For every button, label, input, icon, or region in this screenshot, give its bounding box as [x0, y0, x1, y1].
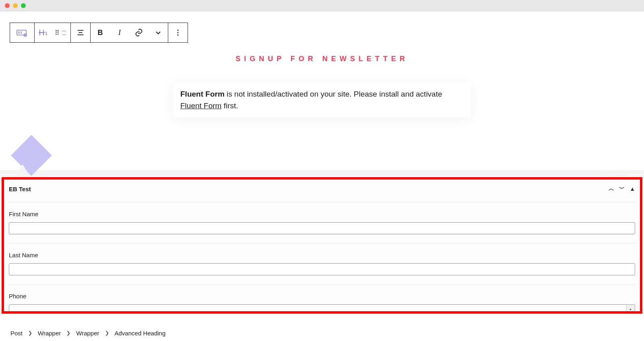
- italic-button[interactable]: I: [110, 23, 129, 42]
- svg-text:1: 1: [45, 31, 47, 36]
- move-up-down[interactable]: ︿ ﹀: [62, 28, 66, 37]
- options-menu-button[interactable]: [168, 23, 188, 42]
- phone-select[interactable]: ▲▼: [9, 304, 635, 314]
- fluent-form-warning: Fluent Form is not installed/activated o…: [173, 83, 471, 118]
- more-rich-text-button[interactable]: [149, 23, 168, 42]
- chevron-right-icon: ❯: [28, 330, 32, 336]
- panel-collapse-icon[interactable]: ▲: [630, 186, 635, 192]
- breadcrumb-wrapper-1[interactable]: Wrapper: [38, 330, 61, 337]
- align-button[interactable]: [71, 23, 90, 42]
- breadcrumb-post[interactable]: Post: [10, 330, 23, 337]
- last-name-input[interactable]: [9, 263, 635, 275]
- bold-button[interactable]: B: [91, 23, 110, 42]
- chevron-right-icon: ❯: [105, 330, 109, 336]
- move-up-icon[interactable]: ︿: [62, 28, 66, 32]
- first-name-label: First Name: [9, 211, 635, 217]
- window-close-dot[interactable]: [5, 3, 10, 8]
- window-titlebar: [0, 0, 644, 11]
- editor-canvas: 1 ⠿ ︿ ﹀: [0, 11, 644, 174]
- chevron-right-icon: ❯: [66, 330, 70, 336]
- phone-label: Phone: [9, 293, 635, 300]
- window-minimize-dot[interactable]: [13, 3, 18, 8]
- window-zoom-dot[interactable]: [21, 3, 26, 8]
- panel-move-up-icon[interactable]: ︿: [609, 185, 614, 192]
- panel-title: EB Test: [9, 186, 31, 192]
- fluent-form-install-link[interactable]: Fluent Form: [180, 101, 221, 110]
- block-breadcrumbs: Post ❯ Wrapper ❯ Wrapper ❯ Advanced Head…: [0, 325, 644, 341]
- panel-controls: ︿ ﹀ ▲: [609, 185, 635, 192]
- svg-point-18: [177, 34, 178, 35]
- first-name-input[interactable]: [9, 222, 635, 234]
- move-down-icon[interactable]: ﹀: [62, 33, 66, 37]
- heading-level-control[interactable]: 1 ⠿ ︿ ﹀: [35, 23, 70, 42]
- breadcrumb-advanced-heading[interactable]: Advanced Heading: [115, 330, 166, 337]
- svg-point-16: [177, 29, 178, 31]
- signup-heading[interactable]: SIGNUP FOR NEWSLETTER: [8, 55, 636, 63]
- warning-text-2: first.: [221, 101, 238, 110]
- select-stepper-icon[interactable]: ▲▼: [626, 305, 634, 314]
- eb-test-panel: EB Test ︿ ﹀ ▲ First Name Last Name Phone…: [2, 177, 642, 314]
- warning-text-1: is not installed/activated on your site.…: [225, 90, 442, 98]
- block-type-button[interactable]: [10, 23, 34, 42]
- svg-point-17: [177, 32, 178, 33]
- breadcrumb-wrapper-2[interactable]: Wrapper: [76, 330, 99, 337]
- link-button[interactable]: [129, 23, 149, 42]
- last-name-label: Last Name: [9, 252, 635, 258]
- drag-handle-icon[interactable]: ⠿: [55, 29, 60, 37]
- warning-strong: Fluent Form: [180, 90, 225, 98]
- panel-move-down-icon[interactable]: ﹀: [619, 185, 625, 192]
- block-toolbar: 1 ⠿ ︿ ﹀: [10, 23, 188, 43]
